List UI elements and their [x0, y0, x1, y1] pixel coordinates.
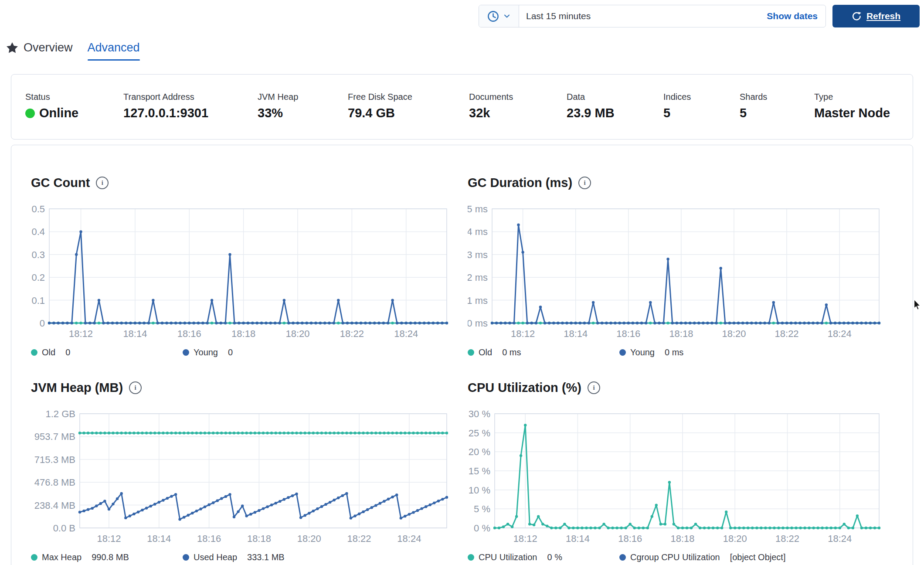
svg-text:0.0 B: 0.0 B [53, 523, 75, 534]
summary-value: 33% [258, 106, 298, 120]
legend-item-max-heap: Max Heap990.8 MB [31, 552, 183, 562]
info-icon[interactable]: i [96, 177, 109, 189]
summary-item-jvm-heap: JVM Heap33% [258, 92, 298, 120]
jvm-heap-plot[interactable]: 0.0 B238.4 MB476.8 MB715.3 MB953.7 MB1.2… [31, 403, 448, 550]
legend-item-cgroup-cpu-utilization: Cgroup CPU Utilization[object Object] [619, 552, 785, 562]
chart-legend: Old0Young0 [31, 347, 448, 357]
summary-item-indices: Indices5 [663, 92, 691, 120]
svg-text:18:24: 18:24 [828, 328, 852, 339]
summary-value: 23.9 MB [567, 106, 615, 120]
svg-text:18:16: 18:16 [618, 533, 642, 544]
time-range-display[interactable]: Last 15 minutes [519, 5, 764, 27]
legend-item-cpu-utilization: CPU Utilization0 % [468, 552, 619, 562]
legend-dot [468, 349, 474, 356]
refresh-button[interactable]: Refresh [832, 5, 920, 27]
svg-text:0.1: 0.1 [31, 295, 45, 306]
chart-legend: CPU Utilization0 %Cgroup CPU Utilization… [468, 552, 881, 562]
chevron-down-icon [503, 12, 511, 20]
chart-cpu-utilization: CPU Utilization (%)i0 %5 %10 %15 %20 %25… [468, 378, 881, 562]
chart-legend: Old0 msYoung0 ms [468, 347, 881, 357]
clock-icon [487, 10, 499, 22]
svg-text:1 ms: 1 ms [468, 295, 488, 306]
refresh-label: Refresh [866, 11, 900, 21]
svg-text:18:14: 18:14 [566, 533, 590, 544]
chart-gc-count: GC Counti00.10.20.30.40.518:1218:1418:16… [31, 173, 448, 357]
svg-text:0: 0 [40, 318, 45, 329]
summary-value: 32k [469, 106, 513, 120]
summary-label: Free Disk Space [348, 92, 412, 102]
cpu-utilization-plot[interactable]: 0 %5 %10 %15 %20 %25 %30 %18:1218:1418:1… [468, 403, 881, 550]
summary-value: 79.4 GB [348, 106, 412, 120]
svg-text:476.8 MB: 476.8 MB [34, 477, 75, 488]
summary-item-data: Data23.9 MB [567, 92, 615, 120]
tab-advanced-label: Advanced [88, 41, 140, 54]
svg-text:0 %: 0 % [474, 523, 490, 534]
legend-item-young: Young0 [183, 347, 233, 357]
legend-dot [619, 554, 626, 561]
info-icon[interactable]: i [588, 381, 600, 394]
svg-text:10 %: 10 % [469, 485, 490, 496]
svg-text:5 %: 5 % [474, 504, 490, 514]
summary-item-free-disk-space: Free Disk Space79.4 GB [348, 92, 412, 120]
svg-text:18:18: 18:18 [669, 328, 693, 339]
svg-text:18:22: 18:22 [775, 533, 799, 544]
svg-text:0.4: 0.4 [31, 226, 45, 237]
tab-overview[interactable]: Overview [6, 41, 73, 61]
svg-text:18:24: 18:24 [397, 533, 421, 544]
summary-value: 5 [663, 106, 691, 120]
svg-text:18:24: 18:24 [394, 328, 418, 339]
svg-text:238.4 MB: 238.4 MB [34, 500, 75, 511]
svg-text:18:18: 18:18 [670, 533, 694, 544]
show-dates-button[interactable]: Show dates [764, 5, 825, 27]
tab-bar: Overview Advanced [6, 41, 140, 61]
svg-text:0.5: 0.5 [31, 204, 45, 214]
summary-item-documents: Documents32k [469, 92, 513, 120]
summary-value: Master Node [814, 106, 890, 120]
legend-dot [183, 554, 189, 561]
summary-label: JVM Heap [258, 92, 298, 102]
svg-text:0.2: 0.2 [31, 272, 45, 283]
legend-dot [31, 554, 37, 561]
summary-value: Online [25, 106, 78, 120]
status-dot [25, 109, 35, 118]
chart-title: CPU Utilization (%) [468, 381, 581, 395]
svg-text:18:12: 18:12 [97, 533, 121, 544]
summary-item-status: StatusOnline [25, 92, 78, 120]
svg-text:18:14: 18:14 [123, 328, 147, 339]
summary-label: Shards [740, 92, 767, 102]
svg-text:25 %: 25 % [469, 428, 490, 439]
svg-text:1.2 GB: 1.2 GB [46, 408, 75, 419]
gc-count-plot[interactable]: 00.10.20.30.40.518:1218:1418:1618:1818:2… [31, 198, 448, 345]
summary-label: Transport Address [123, 92, 208, 102]
mouse-cursor [912, 299, 923, 311]
summary-label: Documents [469, 92, 513, 102]
gc-duration-plot[interactable]: 0 ms1 ms2 ms3 ms4 ms5 ms18:1218:1418:161… [468, 198, 881, 345]
refresh-icon [852, 11, 862, 21]
star-icon [6, 42, 18, 54]
legend-dot [183, 349, 189, 356]
chart-gc-duration: GC Duration (ms)i0 ms1 ms2 ms3 ms4 ms5 m… [468, 173, 881, 357]
summary-item-type: TypeMaster Node [814, 92, 890, 120]
svg-text:0.3: 0.3 [31, 249, 45, 260]
svg-text:18:22: 18:22 [775, 328, 799, 339]
legend-item-young: Young0 ms [619, 347, 683, 357]
info-icon[interactable]: i [578, 177, 591, 189]
legend-dot [619, 349, 626, 356]
summary-value: 5 [740, 106, 767, 120]
svg-text:20 %: 20 % [469, 446, 490, 457]
tab-advanced[interactable]: Advanced [88, 41, 140, 61]
series-cpu-utilization [495, 425, 879, 528]
info-icon[interactable]: i [129, 381, 142, 394]
svg-text:18:20: 18:20 [722, 328, 746, 339]
chart-jvm-heap: JVM Heap (MB)i0.0 B238.4 MB476.8 MB715.3… [31, 378, 448, 562]
svg-text:18:16: 18:16 [177, 328, 201, 339]
svg-text:953.7 MB: 953.7 MB [34, 431, 75, 442]
legend-item-old: Old0 ms [468, 347, 619, 357]
time-quick-select-button[interactable] [479, 5, 519, 27]
legend-dot [31, 349, 37, 356]
tab-overview-label: Overview [24, 41, 73, 54]
svg-text:18:22: 18:22 [347, 533, 371, 544]
summary-value: 127.0.0.1:9301 [123, 106, 208, 120]
charts-panel: GC Counti00.10.20.30.40.518:1218:1418:16… [11, 145, 913, 565]
summary-item-shards: Shards5 [740, 92, 767, 120]
